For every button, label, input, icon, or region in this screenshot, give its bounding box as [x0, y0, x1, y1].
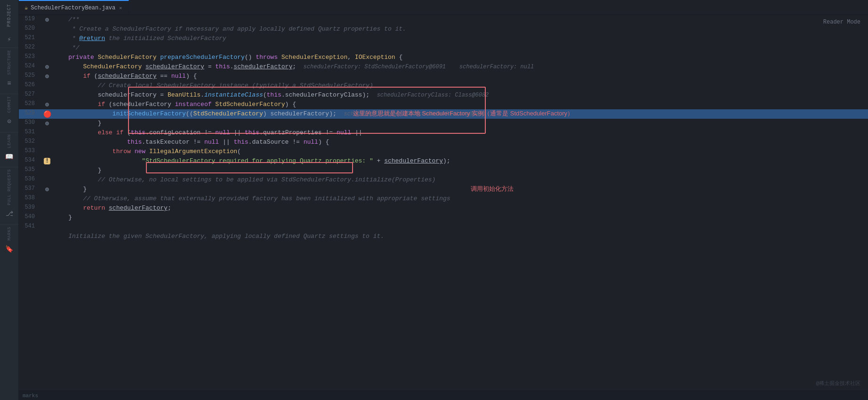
line-num-519: 519 — [19, 15, 42, 24]
line-content-521: * @return the initialized SchedulerFacto… — [52, 34, 868, 43]
line-num-532: 532 — [19, 138, 42, 147]
line-num-529: 529 — [19, 109, 42, 119]
sidebar-icon-pull[interactable]: ⎇ — [3, 207, 16, 220]
gutter-dot-528 — [45, 103, 49, 106]
tab-label: SchedulerFactoryBean.java — [31, 5, 115, 11]
code-line-530: 530 } — [19, 119, 868, 128]
code-line-535: 535 } — [19, 166, 868, 175]
sidebar-icon-marks[interactable]: 🔖 — [3, 242, 16, 255]
line-content-525: if (schedulerFactory == null) { — [52, 72, 868, 81]
line-content-532: this.taskExecutor != null || this.dataSo… — [52, 138, 868, 147]
gutter-dot-519 — [45, 18, 49, 22]
code-line-525: 525 if (schedulerFactory == null) { — [19, 72, 868, 81]
line-num-542 — [19, 232, 42, 241]
line-num-522: 522 — [19, 43, 42, 53]
gutter-528 — [42, 100, 52, 109]
line-num-523: 523 — [19, 53, 42, 62]
line-num-530: 530 — [19, 119, 42, 128]
code-line-536: 536 // Otherwise, no local settings to b… — [19, 175, 868, 185]
code-container[interactable]: 519 /** 520 * Create a SchedulerFactory … — [19, 15, 868, 391]
main-area: ☕ SchedulerFactoryBean.java ✕ Reader Mod… — [19, 0, 868, 400]
bulb-icon-534: ! — [44, 158, 50, 164]
line-num-538: 538 — [19, 194, 42, 204]
code-line-528: 528 if (schedulerFactory instanceof StdS… — [19, 100, 868, 109]
line-num-520: 520 — [19, 24, 42, 34]
sidebar-section-commit: Commit ⊙ — [0, 94, 18, 130]
gutter-521 — [42, 34, 52, 43]
code-line-538: 538 // Otherwise, assume that externally… — [19, 194, 868, 204]
marks-label: marks — [7, 227, 12, 241]
code-line-541: 541 — [19, 222, 868, 232]
tab-close-button[interactable]: ✕ — [118, 4, 123, 12]
tab-bar: ☕ SchedulerFactoryBean.java ✕ — [19, 0, 868, 15]
reader-mode-button[interactable]: Reader Mode — [823, 19, 860, 25]
code-line-529: 529 🔴 initSchedulerFactory((StdScheduler… — [19, 109, 868, 119]
line-num-528: 528 — [19, 100, 42, 109]
code-line-542: Initialize the given SchedulerFactory, a… — [19, 232, 868, 241]
line-content-527: schedulerFactory = BeanUtils.instantiate… — [52, 90, 868, 100]
sidebar-section-pull: Pull Requests ⎇ — [0, 167, 18, 222]
line-num-536: 536 — [19, 175, 42, 185]
gutter-541 — [42, 222, 52, 232]
line-content-523: private SchedulerFactory prepareSchedule… — [52, 53, 868, 62]
sidebar-icon-commit[interactable]: ⊙ — [3, 115, 16, 128]
code-line-540: 540 } — [19, 213, 868, 222]
tab-scheduler-factory-bean[interactable]: ☕ SchedulerFactoryBean.java ✕ — [19, 0, 129, 15]
code-line-533: 533 throw new IllegalArgumentException( — [19, 147, 868, 156]
line-content-538: // Otherwise, assume that externally pro… — [52, 194, 868, 204]
line-num-526: 526 — [19, 81, 42, 90]
line-content-522: */ — [52, 43, 868, 53]
line-num-541: 541 — [19, 222, 42, 232]
line-content-530: } — [52, 119, 868, 128]
structure-label: Structure — [7, 50, 12, 75]
line-content-529: initSchedulerFactory((StdSchedulerFactor… — [52, 109, 868, 119]
sidebar-icon-s[interactable]: ≡ — [3, 77, 16, 90]
sidebar-icon-structure[interactable]: ⚡ — [3, 33, 16, 46]
marks-bar: marks — [19, 391, 868, 400]
line-content-541 — [52, 222, 868, 232]
line-content-528: if (schedulerFactory instanceof StdSched… — [52, 100, 868, 109]
line-content-537: } — [52, 185, 868, 194]
code-line-524: 524 SchedulerFactory schedulerFactory = … — [19, 62, 868, 72]
gutter-dot-525 — [45, 74, 49, 78]
gutter-536 — [42, 175, 52, 185]
gutter-538 — [42, 194, 52, 204]
line-content-524: SchedulerFactory schedulerFactory = this… — [52, 62, 868, 72]
line-num-540: 540 — [19, 213, 42, 222]
line-content-534: "StdSchedulerFactory required for applyi… — [52, 156, 868, 166]
pull-label: Pull Requests — [7, 169, 12, 205]
watermark: @稀土掘金技术社区 — [816, 380, 860, 387]
java-file-icon: ☕ — [24, 4, 28, 11]
line-num-531: 531 — [19, 128, 42, 138]
line-num-521: 521 — [19, 34, 42, 43]
sidebar-icon-learn[interactable]: 📖 — [3, 150, 16, 163]
line-content-519: /** — [52, 15, 868, 24]
code-line-520: 520 * Create a SchedulerFactory if neces… — [19, 24, 868, 34]
line-num-525: 525 — [19, 72, 42, 81]
gutter-dot-530 — [45, 122, 49, 125]
code-line-523: 523 private SchedulerFactory prepareSche… — [19, 53, 868, 62]
line-content-520: * Create a SchedulerFactory if necessary… — [52, 24, 868, 34]
gutter-525 — [42, 72, 52, 81]
gutter-539 — [42, 204, 52, 213]
code-area: Reader Mode 这里的意思就是创建本地 SchedulerFactory… — [19, 15, 868, 391]
line-content-539: return schedulerFactory; — [52, 204, 868, 213]
line-content-540: } — [52, 213, 868, 222]
gutter-534: ! — [42, 156, 52, 166]
gutter-532 — [42, 138, 52, 147]
gutter-dot-537 — [45, 188, 49, 191]
gutter-542 — [42, 232, 52, 241]
gutter-537 — [42, 185, 52, 194]
line-num-524: 524 — [19, 62, 42, 72]
sidebar: Project ⚡ Structure ≡ Commit ⊙ Learn 📖 P… — [0, 0, 19, 400]
line-content-533: throw new IllegalArgumentException( — [52, 147, 868, 156]
gutter-522 — [42, 43, 52, 53]
gutter-540 — [42, 213, 52, 222]
gutter-dot-524 — [45, 65, 49, 69]
line-content-526: // Create local SchedulerFactory instanc… — [52, 81, 868, 90]
code-line-539: 539 return schedulerFactory; — [19, 204, 868, 213]
gutter-535 — [42, 166, 52, 175]
line-num-539: 539 — [19, 204, 42, 213]
gutter-530 — [42, 119, 52, 128]
sidebar-section-learn: Learn 📖 — [0, 132, 18, 165]
